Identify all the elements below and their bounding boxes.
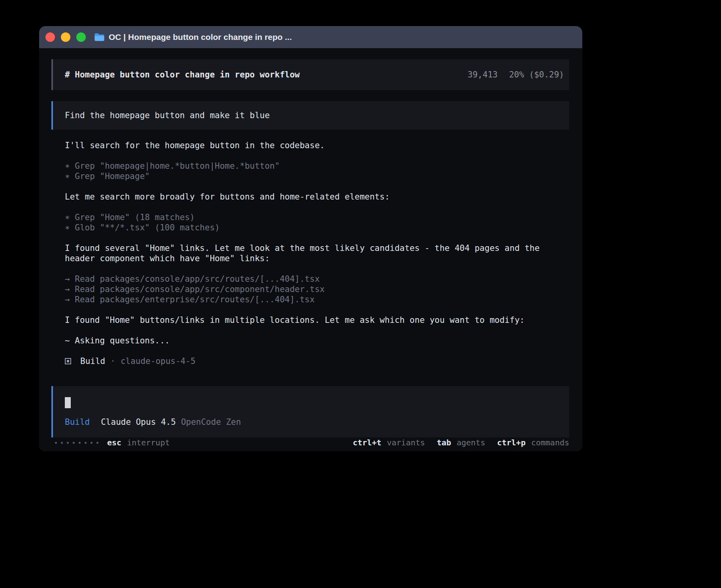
prompt-input[interactable]: Build Claude Opus 4.5 OpenCode Zen [51, 386, 569, 437]
session-header: # Homepage button color change in repo w… [51, 59, 569, 90]
variants-label: variants [387, 437, 425, 448]
folder-icon [94, 33, 105, 41]
commands-key: ctrl+p [497, 437, 525, 448]
commands-label: commands [531, 437, 569, 448]
user-message: Find the homepage button and make it blu… [51, 101, 569, 130]
terminal-content: # Homepage button color change in repo w… [39, 48, 582, 451]
separator-dot: · [110, 356, 115, 366]
spinner-dots [55, 442, 98, 444]
assistant-text: I found several "Home" links. Let me loo… [65, 243, 569, 264]
status-text: ~ Asking questions... [65, 335, 569, 346]
status-bar: esc interrupt ctrl+t variants tab agents… [39, 437, 582, 451]
tool-call-group: ∗ Grep "Home" (18 matches) ∗ Glob "**/*.… [65, 212, 569, 233]
window-title-group: OC | Homepage button color change in rep… [94, 32, 292, 42]
tool-call-group: ∗ Grep "homepage|home.*button|Home.*butt… [65, 161, 569, 181]
assistant-text: Let me search more broadly for buttons a… [65, 192, 569, 202]
session-title: # Homepage button color change in repo w… [65, 70, 300, 80]
status-bar-left: esc interrupt [55, 437, 170, 448]
tool-call-group: → Read packages/console/app/src/routes/[… [65, 274, 569, 305]
interrupt-key: esc [107, 437, 121, 448]
tool-call-line: ∗ Grep "Homepage" [65, 171, 569, 181]
tool-call-line: ∗ Grep "homepage|home.*button|Home.*butt… [65, 161, 569, 171]
context-usage: 20% ($0.29) [509, 70, 564, 80]
variants-hint: ctrl+t variants [353, 437, 425, 448]
agents-hint: tab agents [437, 437, 485, 448]
tool-call-line: → Read packages/console/app/src/componen… [65, 284, 569, 294]
input-meta-row: Build Claude Opus 4.5 OpenCode Zen [65, 417, 569, 427]
terminal-window: OC | Homepage button color change in rep… [39, 26, 582, 451]
agent-model: claude-opus-4-5 [121, 356, 196, 366]
traffic-lights [45, 32, 86, 42]
tool-call-line: → Read packages/console/app/src/routes/[… [65, 274, 569, 284]
user-message-text: Find the homepage button and make it blu… [65, 110, 270, 121]
interrupt-hint: esc interrupt [107, 437, 170, 448]
tool-call-line: ∗ Grep "Home" (18 matches) [65, 212, 569, 222]
model-label: Claude Opus 4.5 [101, 417, 176, 427]
status-bar-right: ctrl+t variants tab agents ctrl+p comman… [353, 437, 569, 448]
variants-key: ctrl+t [353, 437, 381, 448]
interrupt-label: interrupt [127, 437, 170, 448]
zoom-button[interactable] [76, 32, 86, 42]
agents-key: tab [437, 437, 451, 448]
agents-label: agents [457, 437, 485, 448]
tool-call-line: ∗ Glob "**/*.tsx" (100 matches) [65, 222, 569, 233]
agent-name: Build [80, 356, 105, 366]
minimize-button[interactable] [61, 32, 70, 42]
token-count: 39,413 [468, 70, 498, 80]
text-cursor [65, 397, 71, 408]
assistant-text: I found "Home" buttons/links in multiple… [65, 315, 569, 325]
close-button[interactable] [45, 32, 55, 42]
provider-label: OpenCode Zen [181, 417, 241, 427]
tool-call-line: → Read packages/enterprise/src/routes/[.… [65, 294, 569, 305]
titlebar[interactable]: OC | Homepage button color change in rep… [39, 26, 582, 48]
agent-icon [65, 358, 71, 364]
agent-mode-label: Build [65, 417, 90, 427]
conversation: I'll search for the homepage button in t… [65, 140, 569, 377]
commands-hint: ctrl+p commands [497, 437, 569, 448]
session-stats: 39,413 20% ($0.29) [468, 70, 564, 80]
agent-status-row: Build · claude-opus-4-5 [65, 356, 569, 366]
window-title: OC | Homepage button color change in rep… [109, 32, 292, 42]
assistant-text: I'll search for the homepage button in t… [65, 140, 569, 151]
